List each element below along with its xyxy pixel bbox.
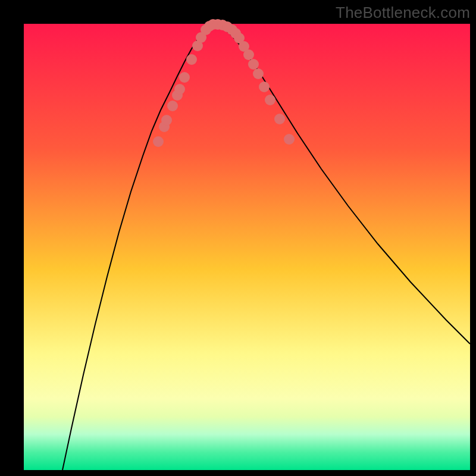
scatter-marker [153, 136, 164, 147]
scatter-marker [174, 84, 185, 95]
curve-left-branch [62, 24, 214, 470]
scatter-marker [167, 101, 178, 111]
scatter-marker [253, 68, 264, 79]
scatter-marker [248, 59, 259, 70]
curve-right-branch [214, 24, 470, 344]
scatter-marker [265, 95, 275, 105]
scatter-marker [284, 134, 295, 145]
scatter-marker [179, 72, 190, 83]
scatter-marker [161, 115, 172, 126]
chart-frame: TheBottleneck.com [0, 0, 476, 476]
scatter-marker [186, 54, 197, 65]
watermark-text: TheBottleneck.com [336, 4, 470, 22]
chart-svg [24, 24, 470, 470]
scatter-marker [243, 49, 254, 60]
scatter-marker [259, 82, 270, 92]
scatter-marker [274, 114, 285, 124]
